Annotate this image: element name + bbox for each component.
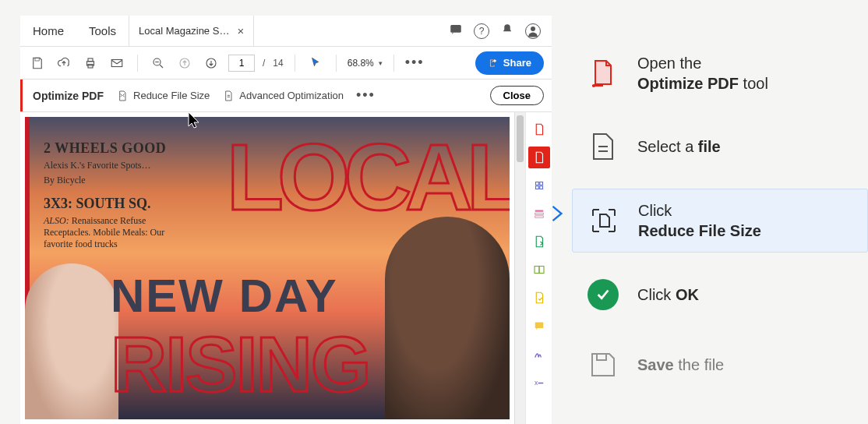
rail-optimize-pdf-icon[interactable] — [528, 147, 550, 168]
step-5: Save the file — [572, 337, 868, 393]
step-1: Open theOptimize PDF tool — [572, 42, 868, 104]
rail-combine-icon[interactable] — [528, 259, 550, 281]
page-number-input[interactable] — [228, 55, 255, 72]
cover-headline-1: 2 WHEELS GOOD — [44, 140, 184, 157]
step-1-text: Open theOptimize PDF tool — [637, 53, 768, 94]
tab-bar: Home Tools Local Magazine S… × ? — [20, 16, 552, 47]
reduce-size-step-icon — [587, 203, 621, 238]
tab-close-icon[interactable]: × — [237, 24, 244, 37]
svg-rect-5 — [88, 64, 93, 68]
rail-edit-pdf-icon[interactable] — [528, 175, 550, 196]
svg-rect-17 — [535, 323, 543, 329]
document-page: 2 WHEELS GOOD Alexis K.'s Favorite Spots… — [25, 117, 510, 419]
rail-sign-icon[interactable] — [528, 343, 550, 365]
step-arrow-icon — [549, 203, 566, 228]
cover-headline-2: 3X3: SOUTH SQ. — [44, 196, 184, 212]
page-total: 14 — [273, 58, 283, 69]
rail-create-pdf-icon[interactable] — [528, 118, 550, 140]
save-icon[interactable] — [28, 54, 47, 72]
advanced-optimization-button[interactable]: Advanced Optimization — [222, 90, 344, 102]
tab-document-label: Local Magazine S… — [139, 25, 229, 37]
main-toolbar: / 14 68.8% ▾ ••• Share — [20, 47, 552, 80]
page-separator: / — [263, 58, 265, 69]
svg-rect-13 — [535, 213, 543, 214]
chat-icon[interactable] — [449, 23, 463, 40]
save-step-icon — [586, 348, 620, 382]
svg-line-9 — [160, 65, 163, 68]
help-icon[interactable]: ? — [474, 23, 489, 39]
bell-icon[interactable] — [500, 23, 514, 40]
profile-icon[interactable] — [525, 23, 541, 39]
step-2-text: Select a file — [637, 136, 721, 157]
tab-tools[interactable]: Tools — [76, 16, 129, 47]
rail-comment-icon[interactable] — [528, 315, 550, 337]
page-up-icon[interactable] — [175, 54, 194, 72]
document-viewport[interactable]: 2 WHEELS GOOD Alexis K.'s Favorite Spots… — [20, 112, 514, 424]
svg-text:x: x — [535, 380, 538, 387]
close-button[interactable]: Close — [490, 86, 544, 105]
optimize-subtoolbar: Optimize PDF Reduce File Size Advanced O… — [20, 80, 552, 112]
svg-rect-16 — [539, 267, 544, 274]
more-icon[interactable]: ••• — [405, 55, 425, 71]
optimize-accent-bar — [20, 80, 23, 111]
svg-point-1 — [531, 26, 535, 31]
top-right-icons: ? — [449, 23, 552, 40]
right-tool-rail: x — [525, 112, 552, 424]
share-button[interactable]: Share — [475, 51, 544, 75]
advanced-optimization-label: Advanced Optimization — [239, 90, 344, 101]
step-2: Select a file — [572, 118, 868, 175]
tab-document[interactable]: Local Magazine S… × — [129, 16, 254, 47]
svg-point-21 — [592, 84, 595, 87]
content-area: 2 WHEELS GOOD Alexis K.'s Favorite Spots… — [20, 112, 552, 424]
check-step-icon — [586, 277, 620, 312]
subtool-more-icon[interactable]: ••• — [356, 87, 376, 104]
scrollbar[interactable] — [514, 112, 525, 424]
rail-protect-icon[interactable] — [528, 287, 550, 309]
instruction-panel: Open theOptimize PDF tool Select a file … — [552, 0, 868, 424]
reduce-file-size-label: Reduce File Size — [133, 90, 210, 101]
zoom-value: 68.8% — [348, 58, 374, 69]
svg-rect-4 — [88, 58, 93, 62]
cover-title-rising: RISING — [111, 320, 369, 409]
chevron-down-icon: ▾ — [379, 59, 383, 67]
cover-also: ALSO: Renaissance Refuse Receptacles. Mo… — [44, 215, 184, 250]
share-icon — [488, 58, 499, 69]
svg-rect-14 — [535, 216, 543, 217]
svg-rect-12 — [535, 210, 543, 212]
reduce-file-size-button[interactable]: Reduce File Size — [116, 90, 210, 102]
app-window: Home Tools Local Magazine S… × ? — [20, 16, 552, 424]
tab-home[interactable]: Home — [20, 16, 76, 47]
cover-title-newday: NEW DAY — [111, 269, 338, 323]
optimize-pdf-step-icon — [586, 56, 620, 90]
cloud-upload-icon[interactable] — [55, 54, 73, 72]
svg-rect-6 — [111, 59, 122, 66]
step-3-text: ClickReduce File Size — [638, 200, 761, 241]
optimize-title: Optimize PDF — [33, 90, 104, 102]
print-icon[interactable] — [81, 54, 100, 72]
step-4: Click OK — [572, 267, 868, 323]
reduce-file-icon — [116, 90, 129, 102]
cover-sub-2: By Bicycle — [44, 175, 184, 186]
selection-arrow-icon[interactable] — [306, 54, 325, 72]
mouse-cursor-icon — [187, 111, 203, 132]
advanced-icon — [222, 90, 235, 102]
svg-rect-0 — [450, 25, 461, 33]
share-label: Share — [503, 57, 531, 69]
file-step-icon — [586, 129, 620, 164]
rail-redact-icon[interactable]: x — [528, 371, 550, 393]
page-down-icon[interactable] — [202, 54, 221, 72]
cover-title-local: LOCAL — [227, 123, 510, 231]
svg-rect-15 — [535, 267, 539, 274]
rail-organize-icon[interactable] — [528, 203, 550, 224]
step-4-text: Click OK — [637, 284, 699, 305]
rail-export-pdf-icon[interactable] — [528, 231, 550, 253]
step-5-text: Save the file — [637, 355, 724, 375]
scrollbar-thumb[interactable] — [517, 115, 524, 162]
zoom-out-icon[interactable] — [149, 54, 168, 72]
step-3: ClickReduce File Size — [572, 189, 868, 253]
zoom-dropdown[interactable]: 68.8% ▾ — [348, 58, 383, 69]
mail-icon[interactable] — [108, 54, 126, 72]
cover-sub-1: Alexis K.'s Favorite Spots… — [44, 160, 184, 171]
svg-rect-24 — [597, 354, 606, 360]
